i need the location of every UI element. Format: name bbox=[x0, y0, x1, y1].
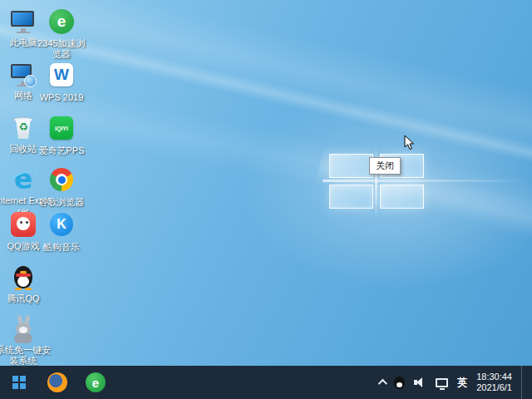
2345-browser-icon: e bbox=[48, 9, 75, 36]
desktop-icon-label: 酷狗音乐 bbox=[33, 242, 90, 253]
mouse-cursor bbox=[404, 135, 415, 154]
desktop: 此电脑 网络 ♻ 回收站 e Internet Explorer QQ游戏 bbox=[0, 0, 532, 366]
2345-browser-icon: e bbox=[86, 372, 106, 392]
screen: { "desktop": { "icons": [ { "id": "this-… bbox=[0, 0, 532, 399]
tooltip-close: 关闭 bbox=[369, 157, 401, 175]
desktop-icon-kugou-music[interactable]: K 酷狗音乐 bbox=[33, 211, 90, 253]
taskbar-2345-browser-button[interactable]: e bbox=[76, 366, 115, 399]
windows-logo-pane bbox=[329, 154, 373, 178]
desktop-icon-label: WPS 2019 bbox=[33, 92, 90, 103]
show-desktop-button[interactable] bbox=[521, 366, 525, 399]
desktop-icon-label: 2345加速浏览器 bbox=[33, 38, 90, 60]
qq-penguin-icon bbox=[10, 264, 37, 291]
system-tray: 英 18:30:44 2021/6/1 bbox=[378, 366, 532, 399]
desktop-icon-label: 谷歌浏览器 bbox=[33, 197, 90, 208]
windows-start-icon bbox=[12, 376, 27, 390]
volume-icon[interactable] bbox=[414, 377, 426, 388]
firefox-icon bbox=[47, 372, 67, 392]
start-button[interactable] bbox=[0, 366, 38, 399]
network-icon[interactable] bbox=[436, 378, 448, 387]
windows-logo-pane bbox=[329, 185, 373, 209]
desktop-icon-2345-browser[interactable]: e 2345加速浏览器 bbox=[33, 8, 90, 60]
desktop-icon-label: 爱奇艺PPS bbox=[33, 145, 90, 156]
desktop-icon-iqiyi-pps[interactable]: iQIYI 爱奇艺PPS bbox=[33, 115, 90, 156]
rabbit-mascot-icon bbox=[10, 316, 37, 342]
hidden-icons-chevron-icon[interactable] bbox=[378, 379, 387, 388]
desktop-icon-tencent-qq[interactable]: 腾讯QQ bbox=[0, 264, 52, 304]
windows-logo-pane bbox=[380, 185, 424, 209]
tray-qq-icon[interactable] bbox=[394, 377, 405, 389]
input-method-indicator[interactable]: 英 bbox=[457, 376, 467, 390]
desktop-icon-label: 腾讯QQ bbox=[0, 293, 52, 304]
desktop-icon-system-install[interactable]: 系统免一键安装系统 bbox=[0, 316, 52, 366]
desktop-icon-chrome[interactable]: 谷歌浏览器 bbox=[33, 166, 90, 208]
clock-date: 2021/6/1 bbox=[476, 382, 512, 393]
chrome-icon bbox=[48, 168, 75, 195]
taskbar: e 英 18:30:44 2021/6/1 bbox=[0, 366, 532, 399]
taskbar-clock[interactable]: 18:30:44 2021/6/1 bbox=[476, 372, 512, 393]
desktop-icon-wps-2019[interactable]: W WPS 2019 bbox=[33, 62, 90, 103]
kugou-icon: K bbox=[48, 213, 75, 239]
taskbar-firefox-button[interactable] bbox=[38, 366, 76, 399]
clock-time: 18:30:44 bbox=[476, 372, 512, 382]
wps-icon: W bbox=[48, 63, 75, 90]
iqiyi-icon: iQIYI bbox=[48, 116, 75, 143]
desktop-icon-label: 系统免一键安装系统 bbox=[0, 345, 52, 366]
